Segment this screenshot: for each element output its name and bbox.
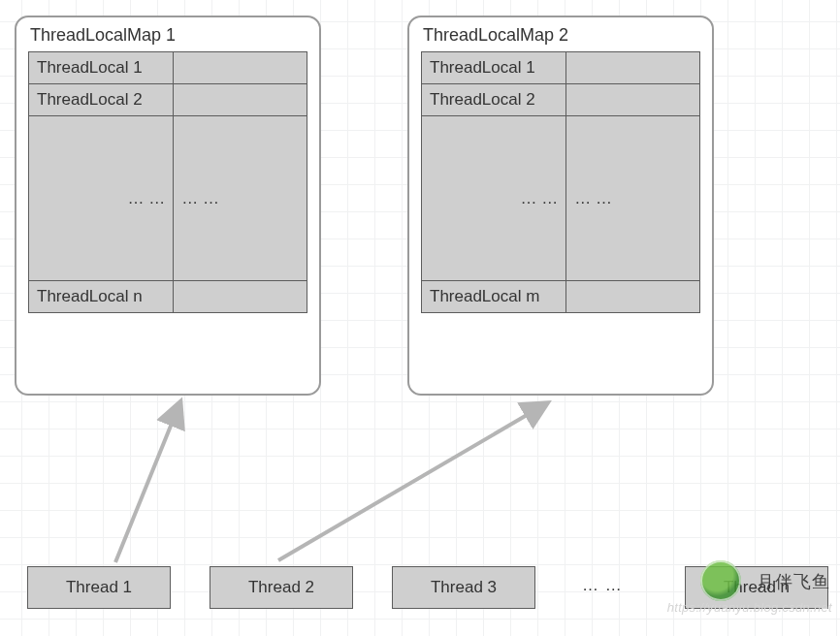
watermark-text: 月伴飞鱼 — [757, 570, 830, 593]
thread-box-3: Thread 3 — [392, 566, 535, 609]
wechat-logo-icon — [700, 560, 741, 601]
cell-key: ThreadLocal n — [29, 281, 174, 313]
table-row-ellipsis: … … … … — [422, 116, 700, 281]
cell-val: … … — [566, 116, 700, 281]
watermark-url: https://yuanyu.blog.csdn.net — [667, 600, 832, 615]
cell-val — [174, 52, 307, 84]
thread-label: Thread 3 — [431, 578, 497, 597]
cell-val: … … — [174, 116, 307, 281]
threadlocalmap-2: ThreadLocalMap 2 ThreadLocal 1 ThreadLoc… — [407, 16, 714, 396]
thread-label: Thread 2 — [248, 578, 314, 597]
thread-box-1: Thread 1 — [27, 566, 171, 609]
cell-key: ThreadLocal 1 — [29, 52, 174, 84]
table-row: ThreadLocal 1 — [422, 52, 700, 84]
thread-box-2: Thread 2 — [210, 566, 353, 609]
map-title: ThreadLocalMap 1 — [28, 23, 307, 51]
cell-val — [174, 84, 307, 116]
map-title: ThreadLocalMap 2 — [421, 23, 700, 51]
cell-key: ThreadLocal 1 — [422, 52, 566, 84]
thread-ellipsis: … … — [582, 576, 623, 595]
table-row: ThreadLocal 2 — [422, 84, 700, 116]
threadlocalmap-1: ThreadLocalMap 1 ThreadLocal 1 ThreadLoc… — [15, 16, 321, 396]
table-row: ThreadLocal m — [422, 281, 700, 313]
thread-label: Thread 1 — [66, 578, 132, 597]
cell-key: … … — [422, 116, 566, 281]
cell-key: ThreadLocal 2 — [422, 84, 566, 116]
cell-val — [566, 84, 700, 116]
table-row: ThreadLocal 2 — [29, 84, 307, 116]
table-row: ThreadLocal 1 — [29, 52, 307, 84]
table-row-ellipsis: … … … … — [29, 116, 307, 281]
cell-val — [566, 52, 700, 84]
map-table: ThreadLocal 1 ThreadLocal 2 … … … … Thre… — [421, 51, 700, 313]
cell-val — [174, 281, 307, 313]
cell-key: ThreadLocal 2 — [29, 84, 174, 116]
table-row: ThreadLocal n — [29, 281, 307, 313]
map-table: ThreadLocal 1 ThreadLocal 2 … … … … Thre… — [28, 51, 307, 313]
cell-key: … … — [29, 116, 174, 281]
cell-key: ThreadLocal m — [422, 281, 566, 313]
cell-val — [566, 281, 700, 313]
